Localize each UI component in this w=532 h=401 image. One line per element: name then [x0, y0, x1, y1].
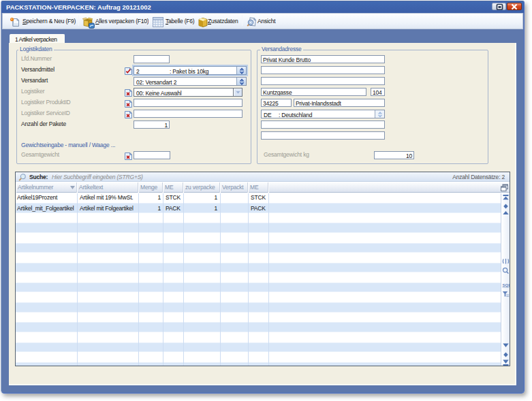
svg-text:SQL: SQL [503, 283, 510, 287]
